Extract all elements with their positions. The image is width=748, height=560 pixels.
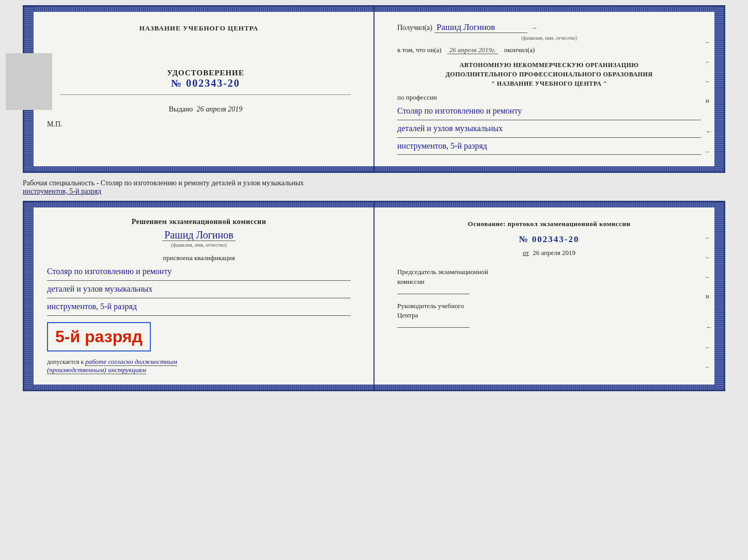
bottom-left-content: Решением экзаменационной комиссии Рашид … <box>37 213 361 379</box>
vydano-date: 26 апреля 2019 <box>197 105 242 113</box>
profession-line2-top: деталей и узлов музыкальных <box>397 121 701 138</box>
dash-b4: ← <box>706 323 712 331</box>
predsedatel-text: Председатель экзаменационной <box>397 268 488 276</box>
osnovanie-label: Основание: протокол экзаменационной коми… <box>397 220 701 228</box>
poluchil-line: Получил(а) Рашид Логинов – <box>397 22 701 33</box>
top-doc-left: НАЗВАНИЕ УЧЕБНОГО ЦЕНТРА УДОСТОВЕРЕНИЕ №… <box>24 7 375 171</box>
dash1: – <box>706 38 712 46</box>
ot-date-value: 26 апреля 2019 <box>533 249 575 257</box>
dash4: ← <box>706 127 712 136</box>
okonchill-label: окончил(а) <box>504 46 535 54</box>
profession-line3-bottom: инструментов, 5-й разряд <box>47 299 351 316</box>
profession-text-bottom: Столяр по изготовлению и ремонту деталей… <box>47 264 351 315</box>
fio-subtitle-bottom: (фамилия, имя, отчество) <box>47 242 351 248</box>
profession-line3-top: инструментов, 5-й разряд <box>397 139 701 155</box>
rukovoditel-signature-line <box>397 327 470 328</box>
predsedatel-label: Председатель экзаменационной комиссии <box>397 267 701 286</box>
specialty-main: Рабочая специальность - Столяр по изгото… <box>23 179 304 187</box>
dash2: – <box>706 57 712 66</box>
dopusk-handwritten2: (производственным) инструкциям <box>47 366 146 374</box>
dopusk-label: допускается к <box>47 358 84 365</box>
protocol-number: № 002343-20 <box>397 234 701 245</box>
ot-label: от <box>523 249 529 257</box>
recipient-name-top: Рашид Логинов <box>434 22 527 33</box>
bottom-right-content: Основание: протокол экзаменационной коми… <box>387 213 711 339</box>
right-dashes-top: – – – и ← – <box>706 38 712 155</box>
dash-b3: – <box>706 273 712 281</box>
autonomous-line2: ДОПОЛНИТЕЛЬНОГО ПРОФЕССИОНАЛЬНОГО ОБРАЗО… <box>397 70 701 79</box>
komissii-text: комиссии <box>397 278 425 285</box>
right-dashes-bottom: – – – и ← – – – <box>706 233 712 390</box>
top-left-content: НАЗВАНИЕ УЧЕБНОГО ЦЕНТРА УДОСТОВЕРЕНИЕ №… <box>37 17 361 134</box>
dash-b6: – <box>706 362 712 371</box>
predsedatel-signature-line <box>397 294 470 294</box>
resheniem-label: Решением экзаменационной комиссии <box>47 218 351 226</box>
profession-line1-bottom: Столяр по изготовлению и ремонту <box>47 264 351 281</box>
photo-placeholder <box>6 53 52 110</box>
top-right-content: Получил(а) Рашид Логинов – (фамилия, имя… <box>387 17 711 161</box>
vtom-line: в том, что он(а) 26 апреля 2019г. окончи… <box>397 46 701 54</box>
tsentra-text: Центра <box>397 311 418 319</box>
rukovoditel-label: Руководитель учебного Центра <box>397 301 701 320</box>
dash-after-name: – <box>533 24 536 32</box>
rukovoditel-text: Руководитель учебного <box>397 302 464 310</box>
udostoverenie-block: УДОСТОВЕРЕНИЕ № 002343-20 <box>167 69 244 89</box>
autonomous-line1: АВТОНОМНУЮ НЕКОММЕРЧЕСКУЮ ОРГАНИЗАЦИЮ <box>397 60 701 70</box>
vtom-date: 26 апреля 2019г. <box>447 46 498 54</box>
po-professii-label: по профессии <box>397 93 701 102</box>
top-left-title: НАЗВАНИЕ УЧЕБНОГО ЦЕНТРА <box>139 24 259 33</box>
presvoena-label: присвоена квалификация <box>47 254 351 262</box>
razryad-big-text: 5-й разряд <box>55 327 143 346</box>
poluchil-label: Получил(а) <box>397 24 432 32</box>
rukovoditel-block: Руководитель учебного Центра <box>397 301 701 328</box>
vtom-label: в том, что он(а) <box>397 46 442 54</box>
dash-b1: – <box>706 233 712 242</box>
bottom-document: Решением экзаменационной комиссии Рашид … <box>23 201 725 391</box>
dash-b5: – <box>706 343 712 351</box>
ot-date-line: от 26 апреля 2019 <box>397 249 701 257</box>
vydano-label: Выдано <box>169 105 193 113</box>
razryad-box: 5-й разряд <box>47 322 151 351</box>
top-document: НАЗВАНИЕ УЧЕБНОГО ЦЕНТРА УДОСТОВЕРЕНИЕ №… <box>23 5 725 173</box>
vydano-line: Выдано 26 апреля 2019 <box>169 105 243 114</box>
separator-line <box>60 94 351 95</box>
и-label-b: и <box>706 292 712 300</box>
profession-line1-top: Столяр по изготовлению и ремонту <box>397 104 701 120</box>
bottom-doc-left: Решением экзаменационной комиссии Рашид … <box>24 202 375 389</box>
profession-text-top: Столяр по изготовлению и ремонту деталей… <box>397 104 701 155</box>
dopuskaetsya-block: допускается к работе согласно должностны… <box>47 358 351 374</box>
predsedatel-block: Председатель экзаменационной комиссии <box>397 267 701 294</box>
udostoverenie-number: № 002343-20 <box>167 77 244 89</box>
dopusk-handwritten1: работе согласно должностным <box>85 358 177 366</box>
recipient-name-bottom: Рашид Логинов <box>162 229 235 241</box>
autonomous-block: АВТОНОМНУЮ НЕКОММЕРЧЕСКУЮ ОРГАНИЗАЦИЮ ДО… <box>397 60 701 88</box>
specialty-text: Рабочая специальность - Столяр по изгото… <box>23 177 725 197</box>
specialty-underline: инструментов, 5-й разряд <box>23 187 101 195</box>
profession-line2-bottom: деталей и узлов музыкальных <box>47 282 351 298</box>
mp-label: М.П. <box>47 120 63 129</box>
dash-b7: – <box>706 382 712 390</box>
autonomous-line3: " НАЗВАНИЕ УЧЕБНОГО ЦЕНТРА " <box>397 79 701 88</box>
dash-b2: – <box>706 253 712 261</box>
dash3: – <box>706 77 712 85</box>
top-doc-right: Получил(а) Рашид Логинов – (фамилия, имя… <box>375 7 724 171</box>
fio-subtitle-top: (фамилия, имя, отчество) <box>397 35 701 41</box>
bottom-doc-right: Основание: протокол экзаменационной коми… <box>375 202 724 389</box>
и-label: и <box>706 97 712 105</box>
dash5: – <box>706 147 712 155</box>
udostoverenie-label: УДОСТОВЕРЕНИЕ <box>167 69 244 77</box>
